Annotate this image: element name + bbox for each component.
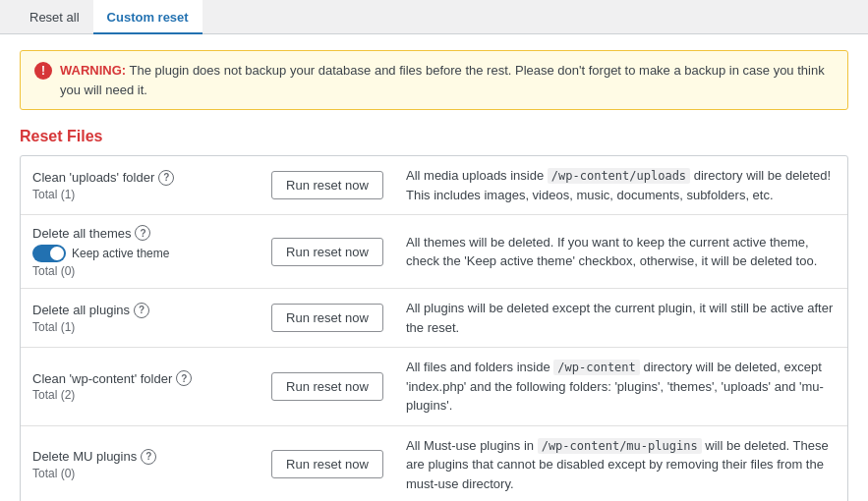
row-label-uploads: Clean 'uploads' folder ? Total (1) bbox=[32, 170, 249, 201]
reset-table: Clean 'uploads' folder ? Total (1) Run r… bbox=[20, 155, 848, 501]
row-desc-uploads: All media uploads inside /wp-content/upl… bbox=[406, 166, 836, 204]
toggle-label-themes: Keep active theme bbox=[72, 247, 169, 260]
run-reset-themes[interactable]: Run reset now bbox=[271, 238, 383, 266]
row-label-wp-content: Clean 'wp-content' folder ? Total (2) bbox=[32, 370, 249, 402]
row-desc-plugins: All plugins will be deleted except the c… bbox=[406, 299, 836, 337]
main-content: ! WARNING: The plugin does not backup yo… bbox=[0, 34, 868, 501]
row-total-plugins: Total (1) bbox=[32, 320, 249, 334]
row-total-mu-plugins: Total (0) bbox=[32, 467, 249, 480]
row-title-wp-content: Clean 'wp-content' folder bbox=[32, 371, 172, 386]
tab-custom-reset[interactable]: Custom reset bbox=[93, 0, 203, 34]
help-icon-wp-content[interactable]: ? bbox=[176, 370, 192, 386]
row-total-uploads: Total (1) bbox=[32, 188, 249, 201]
warning-box: ! WARNING: The plugin does not backup yo… bbox=[20, 50, 848, 110]
row-desc-themes: All themes will be deleted. If you want … bbox=[406, 233, 836, 271]
keep-active-theme-toggle[interactable] bbox=[32, 245, 66, 262]
row-title-plugins: Delete all plugins bbox=[32, 303, 130, 317]
row-label-plugins: Delete all plugins ? Total (1) bbox=[32, 303, 249, 334]
row-title-themes: Delete all themes bbox=[32, 226, 131, 241]
table-row: Clean 'uploads' folder ? Total (1) Run r… bbox=[21, 156, 847, 215]
warning-message: The plugin does not backup your database… bbox=[60, 63, 825, 97]
run-reset-wp-content[interactable]: Run reset now bbox=[271, 372, 383, 401]
row-label-mu-plugins: Delete MU plugins ? Total (0) bbox=[32, 449, 249, 480]
row-total-themes: Total (0) bbox=[32, 264, 249, 278]
table-row: Delete MU plugins ? Total (0) Run reset … bbox=[21, 426, 847, 502]
section-title: Reset Files bbox=[20, 128, 848, 145]
warning-text: WARNING: The plugin does not backup your… bbox=[60, 61, 834, 99]
run-reset-mu-plugins[interactable]: Run reset now bbox=[271, 450, 383, 478]
table-row: Delete all plugins ? Total (1) Run reset… bbox=[21, 289, 847, 348]
table-row: Clean 'wp-content' folder ? Total (2) Ru… bbox=[21, 348, 847, 426]
page-wrapper: Reset all Custom reset ! WARNING: The pl… bbox=[0, 0, 868, 501]
table-row: Delete all themes ? Keep active theme To… bbox=[21, 215, 847, 289]
row-title-uploads: Clean 'uploads' folder bbox=[32, 170, 154, 185]
row-total-wp-content: Total (2) bbox=[32, 388, 249, 402]
help-icon-uploads[interactable]: ? bbox=[158, 170, 174, 186]
help-icon-plugins[interactable]: ? bbox=[134, 303, 149, 318]
row-desc-wp-content: All files and folders inside /wp-content… bbox=[406, 358, 836, 416]
warning-icon: ! bbox=[34, 62, 52, 80]
run-reset-uploads[interactable]: Run reset now bbox=[271, 171, 383, 199]
warning-label-strong: WARNING: bbox=[60, 63, 126, 78]
row-label-themes: Delete all themes ? Keep active theme To… bbox=[32, 225, 249, 278]
help-icon-mu-plugins[interactable]: ? bbox=[141, 449, 156, 465]
row-desc-mu-plugins: All Must-use plugins in /wp-content/mu-p… bbox=[406, 436, 836, 494]
run-reset-plugins[interactable]: Run reset now bbox=[271, 304, 383, 332]
row-title-mu-plugins: Delete MU plugins bbox=[32, 449, 137, 464]
help-icon-themes[interactable]: ? bbox=[135, 225, 150, 241]
tab-reset-all[interactable]: Reset all bbox=[16, 0, 93, 34]
tabs-bar: Reset all Custom reset bbox=[0, 0, 868, 34]
